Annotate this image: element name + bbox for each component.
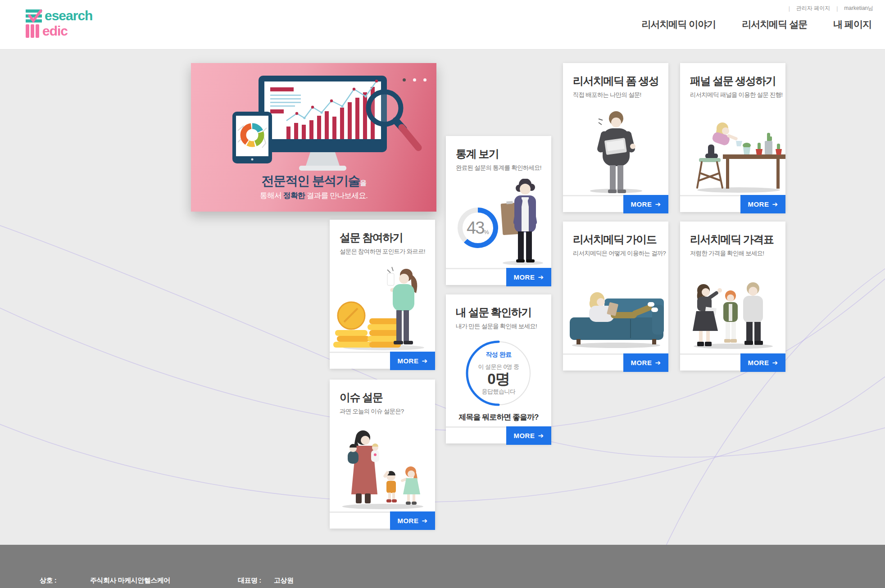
more-button[interactable]: MORE➔ [740, 195, 785, 213]
card-guide: 리서치메딕 가이드 리서치메딕은 어떻게 이용하는 걸까? MORE➔ [563, 222, 668, 371]
separator: | [836, 5, 838, 12]
card-title: 리서치메딕 가이드 [573, 232, 656, 247]
card-pricing: 리서치메딕 가격표 저렴한 가격을 확인해 보세요! [680, 222, 785, 371]
participate-illustration [330, 262, 435, 352]
respondent-line1: 이 설문은 0명 중 [478, 363, 519, 371]
more-button[interactable]: MORE➔ [390, 511, 435, 530]
company-label: 상호 : [40, 576, 56, 585]
card-footer: MORE➔ [563, 195, 668, 212]
carousel-dot-1[interactable] [403, 78, 406, 81]
banner-subline: 통해서 정확한 결과를 만나보세요. [191, 190, 436, 201]
respondent-line2: 응답했습니다 [482, 388, 516, 396]
status-badge: 작성 완료 [486, 351, 511, 359]
card-title: 리서치메딕 폼 생성 [573, 74, 658, 88]
respondent-count: 0명 [487, 371, 509, 387]
card-my-survey: 내 설문 확인하기 내가 만든 설문을 확인해 보세요! 작성 완료 이 설문은… [446, 294, 551, 443]
logo[interactable]: esearch edic [26, 8, 92, 39]
percent-unit: % [484, 229, 489, 235]
more-button[interactable]: MORE➔ [623, 195, 668, 213]
more-button[interactable]: MORE➔ [506, 268, 551, 286]
arrow-right-icon: ➔ [655, 359, 661, 367]
survey-title-question: 제목을 뭐로하면 좋을까? [446, 412, 551, 422]
separator: | [789, 5, 790, 12]
card-subtitle: 완료된 설문의 통계를 확인하세요! [456, 164, 541, 172]
issue-illustration [330, 422, 435, 511]
hero-banner-carousel[interactable]: 전문적인 분석기술을 통해서 정확한 결과를 만나보세요. [191, 63, 436, 212]
more-button[interactable]: MORE➔ [623, 353, 668, 372]
card-subtitle: 직접 배포하는 나만의 설문! [573, 91, 641, 99]
carousel-dot-2[interactable] [413, 78, 416, 81]
more-button[interactable]: MORE➔ [506, 426, 551, 445]
guide-illustration [563, 264, 668, 353]
card-issue: 이슈 설문 과연 오늘의 이슈 설문은? [330, 380, 435, 529]
more-button[interactable]: MORE➔ [390, 352, 435, 370]
three-people-illustration [680, 264, 785, 353]
utility-links: | 관리자 페이지 | marketian님 [789, 5, 873, 12]
card-form-create: 리서치메딕 폼 생성 직접 배포하는 나만의 설문! MORE➔ [563, 63, 668, 212]
stats-illustration: 43 % [446, 179, 551, 268]
pricing-illustration [680, 264, 785, 353]
card-title: 리서치메딕 가격표 [690, 232, 773, 247]
more-button[interactable]: MORE➔ [740, 353, 785, 372]
person-laptop-illustration [563, 106, 668, 195]
banner-headline: 전문적인 분석기술을 [191, 172, 436, 190]
my-survey-status: 작성 완료 이 설문은 0명 중 0명 응답했습니다 제목을 뭐로하면 좋을까? [446, 337, 551, 426]
card-subtitle: 과연 오늘의 이슈 설문은? [340, 407, 404, 416]
panel-survey-illustration [680, 106, 785, 195]
arrow-right-icon: ➔ [538, 273, 544, 281]
form-create-illustration [563, 106, 668, 195]
admin-page-link[interactable]: 관리자 페이지 [796, 5, 830, 12]
stats-donut-chart: 43 % [458, 208, 498, 248]
top-header: esearch edic | 관리자 페이지 | marketian님 리서치메… [0, 0, 885, 50]
person-sofa-illustration [563, 264, 668, 353]
nav-item-story[interactable]: 리서치메딕 이야기 [641, 18, 716, 31]
company-name: 주식회사 마케시안헬스케어 [90, 576, 170, 585]
logo-text-research: esearch [45, 9, 92, 23]
nav-item-mypage[interactable]: 내 페이지 [833, 18, 871, 31]
card-subtitle: 리서치메딕은 어떻게 이용하는 걸까? [573, 249, 666, 258]
card-title: 내 설문 확인하기 [456, 305, 531, 320]
arrow-right-icon: ➔ [655, 200, 661, 208]
logo-m-icon [26, 24, 41, 38]
ceo-name: 고상원 [274, 576, 294, 585]
card-footer: MORE➔ [680, 195, 785, 212]
card-title: 설문 참여하기 [340, 231, 403, 245]
main-nav: 리서치메딕 이야기 리서치메딕 설문 내 페이지 [641, 18, 871, 31]
card-title: 통계 보기 [456, 147, 499, 161]
nav-item-survey[interactable]: 리서치메딕 설문 [742, 18, 807, 31]
arrow-right-icon: ➔ [538, 432, 544, 440]
family-illustration [330, 422, 435, 511]
card-footer: MORE➔ [330, 511, 435, 529]
logo-r-icon [26, 8, 44, 23]
arrow-right-icon: ➔ [772, 359, 778, 367]
logo-text-medic: edic [42, 24, 68, 38]
card-subtitle: 리서치메딕 패널을 이용한 설문 진행! [690, 91, 782, 99]
card-subtitle: 설문은 참여하면 포인트가 와르르! [340, 248, 425, 256]
percent-value: 43 [467, 218, 484, 238]
card-subtitle: 내가 만든 설문을 확인해 보세요! [456, 322, 537, 330]
card-subtitle: 저렴한 가격을 확인해 보세요! [690, 249, 764, 258]
card-title: 패널 설문 생성하기 [690, 74, 776, 88]
card-footer: MORE➔ [330, 352, 435, 369]
card-title: 이슈 설문 [340, 390, 382, 405]
person-clipboard-illustration [498, 179, 548, 266]
girl-plants-illustration [680, 106, 785, 195]
card-footer: MORE➔ [563, 353, 668, 371]
card-panel-survey: 패널 설문 생성하기 리서치메딕 패널을 이용한 설문 진행! [680, 63, 785, 212]
card-participate: 설문 참여하기 설문은 참여하면 포인트가 와르르! [330, 220, 435, 369]
carousel-dot-3[interactable] [423, 78, 427, 81]
carousel-dots [403, 78, 427, 81]
arrow-right-icon: ➔ [422, 357, 427, 365]
page-footer: 상호 : 주식회사 마케시안헬스케어 대표명 : 고상원 [0, 545, 885, 588]
card-footer: MORE➔ [446, 268, 551, 285]
response-progress-circle: 작성 완료 이 설문은 0명 중 0명 응답했습니다 [465, 339, 532, 407]
arrow-right-icon: ➔ [422, 517, 427, 525]
woman-phone-coins-illustration [330, 262, 435, 352]
card-stats: 통계 보기 완료된 설문의 통계를 확인하세요! 43 % MORE➔ [446, 136, 551, 285]
card-footer: MORE➔ [446, 426, 551, 443]
user-account-link[interactable]: marketian님 [844, 5, 873, 12]
arrow-right-icon: ➔ [772, 200, 778, 208]
ceo-label: 대표명 : [238, 576, 261, 585]
card-footer: MORE➔ [680, 353, 785, 371]
